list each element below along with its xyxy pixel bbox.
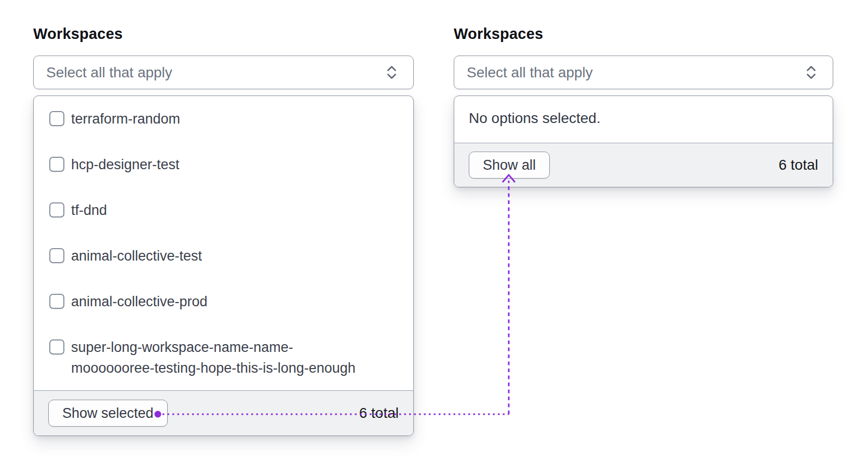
workspaces-label: Workspaces — [454, 25, 833, 43]
workspaces-select[interactable]: Select all that apply — [454, 56, 833, 89]
option-row[interactable]: animal-collective-test — [49, 246, 399, 266]
option-checkbox[interactable] — [49, 157, 64, 172]
select-placeholder: Select all that apply — [467, 64, 593, 81]
option-row[interactable]: super-long-workspace-name-name- moooooor… — [49, 337, 399, 378]
option-row[interactable]: terraform-random — [49, 108, 399, 129]
option-label: animal-collective-test — [71, 246, 202, 266]
total-count: 6 total — [779, 157, 818, 173]
option-label: super-long-workspace-name-name- moooooor… — [71, 337, 356, 378]
option-label: animal-collective-prod — [71, 291, 208, 312]
option-checkbox[interactable] — [49, 294, 64, 309]
option-row[interactable]: animal-collective-prod — [49, 291, 399, 312]
options-list: terraform-random hcp-designer-test tf-dn… — [34, 96, 413, 390]
show-selected-button[interactable]: Show selected — [48, 400, 168, 427]
selected-panel: No options selected. Show all 6 total — [454, 96, 833, 187]
select-placeholder: Select all that apply — [46, 64, 172, 81]
total-count: 6 total — [359, 405, 399, 421]
option-row[interactable]: hcp-designer-test — [49, 154, 399, 175]
option-label: terraform-random — [71, 108, 180, 129]
option-checkbox[interactable] — [49, 339, 64, 355]
workspaces-label: Workspaces — [33, 25, 414, 43]
chevrons-up-down-icon — [386, 65, 398, 80]
workspaces-multiselect-empty: Workspaces Select all that apply No opti… — [454, 25, 833, 187]
chevrons-up-down-icon — [805, 65, 817, 80]
workspaces-select[interactable]: Select all that apply — [33, 56, 414, 89]
option-label: tf-dnd — [71, 200, 107, 221]
workspaces-multiselect-open: Workspaces Select all that apply terrafo… — [33, 25, 414, 436]
options-panel-footer: Show selected 6 total — [34, 390, 413, 435]
option-checkbox[interactable] — [49, 111, 64, 126]
option-checkbox[interactable] — [49, 202, 64, 217]
show-all-button[interactable]: Show all — [469, 152, 550, 179]
options-panel: terraform-random hcp-designer-test tf-dn… — [33, 96, 414, 436]
selected-panel-footer: Show all 6 total — [454, 143, 833, 187]
option-row[interactable]: tf-dnd — [49, 200, 399, 221]
option-label: hcp-designer-test — [71, 154, 180, 175]
page: Workspaces Select all that apply terrafo… — [0, 0, 868, 463]
option-checkbox[interactable] — [49, 248, 64, 263]
empty-message: No options selected. — [454, 96, 833, 143]
